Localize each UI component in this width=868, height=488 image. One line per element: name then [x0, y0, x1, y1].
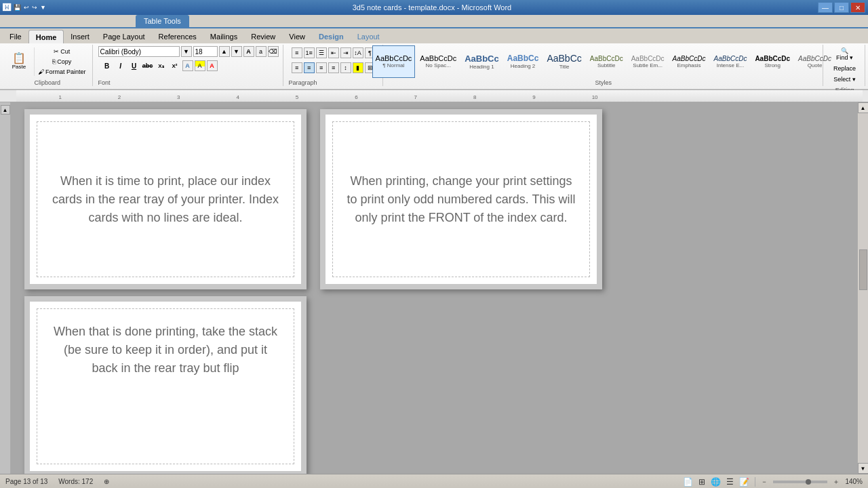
- sort-btn[interactable]: ↕A: [353, 47, 363, 58]
- style-heading1[interactable]: AaBbCc Heading 1: [461, 45, 502, 78]
- style-subtitle[interactable]: AaBbCcDc Subtitle: [587, 45, 627, 78]
- context-tab-bar: Table Tools: [0, 15, 868, 28]
- style-heading2-text: AaBbCc: [507, 54, 539, 63]
- style-heading2[interactable]: AaBbCc Heading 2: [504, 45, 542, 78]
- card-page-2[interactable]: When printing, change your print setting…: [326, 115, 597, 284]
- cards-row-1: When it is time to print, place our inde…: [24, 109, 844, 289]
- zoom-out-btn[interactable]: －: [761, 477, 768, 487]
- zoom-in-btn[interactable]: ＋: [833, 477, 840, 487]
- justify-btn[interactable]: ≡: [328, 62, 339, 73]
- superscript-button[interactable]: X²: [169, 60, 181, 72]
- ribbon-tab-review[interactable]: Review: [244, 30, 282, 43]
- zoom-slider[interactable]: [773, 481, 827, 483]
- ribbon-tab-file[interactable]: File: [3, 30, 28, 43]
- font-color-btn[interactable]: A: [207, 60, 218, 71]
- page-3: When that is done printing, take the sta…: [24, 296, 307, 474]
- maximize-button[interactable]: □: [834, 2, 849, 13]
- ribbon-tab-insert[interactable]: Insert: [64, 30, 96, 43]
- find-icon: 🔍: [841, 47, 848, 54]
- ribbon-tab-references[interactable]: References: [152, 30, 203, 43]
- style-no-space[interactable]: AaBbCcDc No Spac...: [416, 45, 460, 78]
- ribbon-tab-layout[interactable]: Layout: [351, 30, 387, 43]
- select-button[interactable]: Select ▾: [831, 75, 858, 84]
- card-page-1[interactable]: When it is time to print, place our inde…: [30, 115, 301, 284]
- scrollbar-track[interactable]: [859, 113, 868, 463]
- style-normal[interactable]: AaBbCcDc ¶ Normal: [372, 45, 416, 78]
- copy-icon: ⎘: [52, 58, 56, 65]
- quick-access-more[interactable]: ▼: [40, 4, 46, 11]
- scroll-down-btn[interactable]: ▼: [858, 463, 869, 474]
- window-controls: — □ ✕: [818, 2, 865, 13]
- view-draft-icon[interactable]: 📝: [739, 477, 749, 487]
- card-text-3: When that is done printing, take the sta…: [51, 323, 280, 378]
- find-button[interactable]: 🔍 Find ▾: [831, 46, 858, 62]
- page-1: When it is time to print, place our inde…: [24, 109, 307, 289]
- ribbon-tab-pagelayout[interactable]: Page Layout: [96, 30, 152, 43]
- ribbon-tab-view[interactable]: View: [282, 30, 312, 43]
- quick-access-save[interactable]: 💾: [14, 4, 21, 11]
- underline-button[interactable]: U: [128, 60, 140, 72]
- font-shrink-btn[interactable]: a: [256, 46, 267, 57]
- cut-button[interactable]: ✂Cut: [36, 47, 88, 56]
- strikethrough-button[interactable]: abc: [142, 60, 154, 72]
- style-emphasis[interactable]: AaBbCcDc Emphasis: [669, 45, 709, 78]
- replace-button[interactable]: Replace: [831, 64, 858, 73]
- clipboard-group: 📋 Paste ✂Cut ⎘Copy 🖌Format Painter: [3, 45, 93, 86]
- bullets-btn[interactable]: ≡: [292, 47, 302, 58]
- copy-button[interactable]: ⎘Copy: [36, 57, 88, 66]
- highlight-btn[interactable]: A: [195, 60, 205, 71]
- multilevel-btn[interactable]: ☰: [316, 47, 327, 58]
- quick-access-undo[interactable]: ↩: [24, 4, 29, 11]
- select-label: Select ▾: [833, 76, 856, 83]
- font-grow-btn[interactable]: A: [243, 46, 254, 57]
- font-size-input[interactable]: [193, 46, 218, 57]
- app-icon: 🆆: [3, 3, 11, 12]
- style-intense-em[interactable]: AaBbCcDc Intense E...: [710, 45, 750, 78]
- document-area[interactable]: When it is time to print, place our inde…: [11, 102, 857, 474]
- svg-rect-0: [16, 90, 863, 102]
- scrollbar-thumb[interactable]: [859, 249, 867, 290]
- decrease-indent-btn[interactable]: ⇤: [328, 47, 339, 58]
- align-right-btn[interactable]: ≡: [316, 62, 327, 73]
- italic-button[interactable]: I: [115, 60, 127, 72]
- style-emphasis-text: AaBbCcDc: [673, 55, 706, 62]
- scroll-up-btn[interactable]: ▲: [858, 102, 869, 113]
- paste-button[interactable]: 📋 Paste: [7, 47, 31, 76]
- numbering-btn[interactable]: 1≡: [304, 47, 315, 58]
- increase-indent-btn[interactable]: ⇥: [340, 47, 351, 58]
- quick-access-redo[interactable]: ↪: [32, 4, 37, 11]
- close-button[interactable]: ✕: [850, 2, 865, 13]
- view-web-icon[interactable]: 🌐: [711, 477, 721, 487]
- clear-format-btn[interactable]: ⌫: [268, 46, 279, 57]
- ribbon-tab-mailings[interactable]: Mailings: [203, 30, 244, 43]
- font-family-input[interactable]: [98, 46, 180, 57]
- align-center-btn[interactable]: ≡: [304, 62, 315, 73]
- view-fullscreen-icon[interactable]: ⊞: [698, 477, 705, 487]
- left-panel-btn[interactable]: ▲: [1, 105, 10, 115]
- paste-icon: 📋: [12, 53, 26, 64]
- format-painter-button[interactable]: 🖌Format Painter: [36, 67, 88, 77]
- zoom-level[interactable]: 140%: [845, 478, 863, 485]
- font-family-dropdown[interactable]: ▼: [181, 46, 192, 57]
- word-count: Words: 172: [58, 478, 93, 485]
- view-print-icon[interactable]: 📄: [683, 477, 693, 487]
- font-size-down[interactable]: ▼: [231, 46, 242, 57]
- editing-group: 🔍 Find ▾ Replace Select ▾ Editing: [825, 45, 865, 86]
- view-outline-icon[interactable]: ☰: [726, 477, 734, 487]
- minimize-button[interactable]: —: [818, 2, 833, 13]
- ribbon-tab-home[interactable]: Home: [28, 30, 64, 43]
- style-subtle-em[interactable]: AaBbCcDc Subtle Em...: [628, 45, 668, 78]
- bold-button[interactable]: B: [101, 60, 113, 72]
- style-title[interactable]: AaBbCc Title: [543, 45, 585, 78]
- text-effects-btn[interactable]: A: [182, 60, 193, 71]
- subscript-button[interactable]: X₂: [155, 60, 167, 72]
- style-strong[interactable]: AaBbCcDc Strong: [751, 45, 793, 78]
- align-left-btn[interactable]: ≡: [292, 62, 302, 73]
- line-spacing-btn[interactable]: ↕: [340, 62, 351, 73]
- style-intense-em-text: AaBbCcDc: [713, 55, 747, 62]
- ribbon-tab-design[interactable]: Design: [312, 30, 351, 43]
- font-size-up[interactable]: ▲: [219, 46, 230, 57]
- card-page-3[interactable]: When that is done printing, take the sta…: [30, 302, 301, 471]
- shading-btn[interactable]: ▮: [353, 62, 363, 73]
- styles-group: AaBbCcDc ¶ Normal AaBbCcDc No Spac... Aa…: [384, 45, 823, 86]
